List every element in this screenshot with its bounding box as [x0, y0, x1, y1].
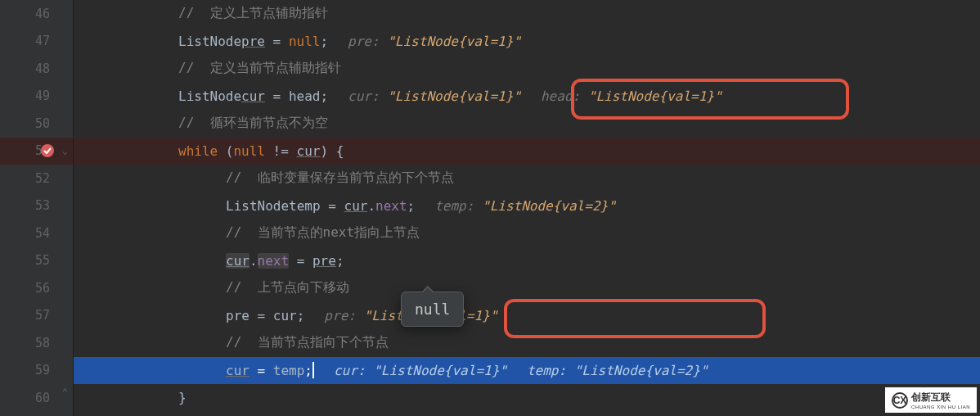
inline-hint: head: "ListNode{val=1}" — [541, 88, 722, 104]
watermark-text: 创新互联 — [911, 391, 970, 405]
variable: cur — [273, 308, 297, 323]
inline-hint: cur: "ListNode{val=1}" — [348, 88, 521, 104]
gutter-line-47[interactable]: 47 — [0, 28, 73, 56]
value: null — [289, 34, 321, 49]
code-line-60[interactable]: } — [74, 384, 980, 412]
gutter: 464748495051⌄525354555657585960⌃ — [0, 0, 74, 416]
debug-tooltip[interactable]: null — [401, 292, 464, 327]
comment-text: // 当前节点指向下个节点 — [226, 334, 389, 351]
gutter-line-46[interactable]: 46 — [0, 0, 73, 28]
gutter-line-56[interactable]: 56 — [0, 274, 73, 302]
variable: temp — [289, 198, 321, 214]
gutter-line-51[interactable]: 51⌄ — [0, 138, 73, 165]
variable: cur — [241, 88, 265, 104]
inline-hint: cur: "ListNode{val=1}" — [334, 363, 507, 378]
comment-text: // 当前节点的next指向上节点 — [226, 224, 420, 242]
gutter-line-54[interactable]: 54 — [0, 219, 73, 247]
gutter-line-57[interactable]: 57 — [0, 302, 73, 330]
watermark-logo-icon: CX — [892, 392, 908, 409]
gutter-line-50[interactable]: 50 — [0, 110, 73, 138]
code-line-55[interactable]: cur.next = pre; — [74, 247, 980, 275]
code-line-56[interactable]: // 上节点向下移动 — [74, 274, 980, 302]
comment-text: // 定义当前节点辅助指针 — [178, 60, 341, 77]
type-keyword: ListNode — [226, 198, 289, 214]
gutter-line-49[interactable]: 49 — [0, 83, 73, 111]
code-line-53[interactable]: ListNode temp = cur.next;temp: "ListNode… — [74, 192, 980, 220]
code-line-52[interactable]: // 临时变量保存当前节点的下个节点 — [74, 165, 980, 192]
watermark-sub: CHUANG XIN HU LIAN — [911, 405, 970, 409]
gutter-line-58[interactable]: 58 — [0, 329, 73, 357]
comment-text: // 上节点向下移动 — [226, 279, 349, 296]
watermark: CX 创新互联 CHUANG XIN HU LIAN — [885, 387, 977, 413]
variable: cur — [226, 253, 249, 269]
comment-text: // 循环当前节点不为空 — [178, 115, 328, 132]
comment-text: // 临时变量保存当前节点的下个节点 — [226, 170, 454, 187]
gutter-line-60[interactable]: 60⌃ — [0, 384, 73, 412]
gutter-line-52[interactable]: 52 — [0, 165, 73, 192]
code-line-47[interactable]: ListNode pre = null;pre: "ListNode{val=1… — [74, 28, 980, 56]
gutter-line-53[interactable]: 53 — [0, 192, 73, 220]
code-line-51[interactable]: while (null != cur) { — [74, 138, 980, 165]
variable: pre — [226, 308, 249, 323]
gutter-line-59[interactable]: 59 — [0, 357, 73, 385]
comment-text: // 定义上节点辅助指针 — [178, 5, 328, 22]
code-line-48[interactable]: // 定义当前节点辅助指针 — [74, 55, 980, 83]
cursor — [312, 362, 314, 378]
property: next — [375, 198, 407, 214]
inline-hint: pre: "ListNode{val=1}" — [348, 34, 521, 49]
variable: cur — [226, 363, 249, 378]
variable: cur — [344, 198, 368, 214]
variable: temp — [273, 363, 305, 378]
breakpoint-icon[interactable] — [41, 144, 54, 157]
brace: } — [178, 390, 187, 405]
fold-icon[interactable]: ⌄ — [62, 145, 68, 156]
gutter-line-55[interactable]: 55 — [0, 247, 73, 275]
property: next — [258, 253, 290, 269]
gutter-line-48[interactable]: 48 — [0, 55, 73, 83]
code-line-54[interactable]: // 当前节点的next指向上节点 — [74, 219, 980, 247]
code-line-46[interactable]: // 定义上节点辅助指针 — [74, 0, 980, 28]
null-keyword: null — [233, 143, 265, 159]
code-line-49[interactable]: ListNode cur = head;cur: "ListNode{val=1… — [74, 83, 980, 111]
fold-icon[interactable]: ⌃ — [62, 387, 68, 398]
code-area[interactable]: // 定义上节点辅助指针ListNode pre = null;pre: "Li… — [74, 0, 980, 416]
code-line-58[interactable]: // 当前节点指向下个节点 — [74, 329, 980, 357]
code-line-57[interactable]: pre = cur;pre: "ListNode{val=1}" — [74, 302, 980, 330]
variable: cur — [297, 143, 321, 159]
type-keyword: ListNode — [178, 34, 241, 49]
inline-hint: temp: "ListNode{val=2}" — [434, 198, 616, 214]
inline-hint: temp: "ListNode{val=2}" — [527, 363, 708, 378]
code-editor: 464748495051⌄525354555657585960⌃ // 定义上节… — [0, 0, 980, 416]
value: head — [289, 88, 321, 104]
type-keyword: ListNode — [178, 88, 241, 104]
variable: pre — [241, 34, 265, 49]
variable: pre — [312, 253, 336, 269]
code-line-50[interactable]: // 循环当前节点不为空 — [74, 110, 980, 138]
while-keyword: while — [178, 143, 218, 159]
code-line-59[interactable]: cur = temp;cur: "ListNode{val=1}"temp: "… — [74, 357, 980, 385]
